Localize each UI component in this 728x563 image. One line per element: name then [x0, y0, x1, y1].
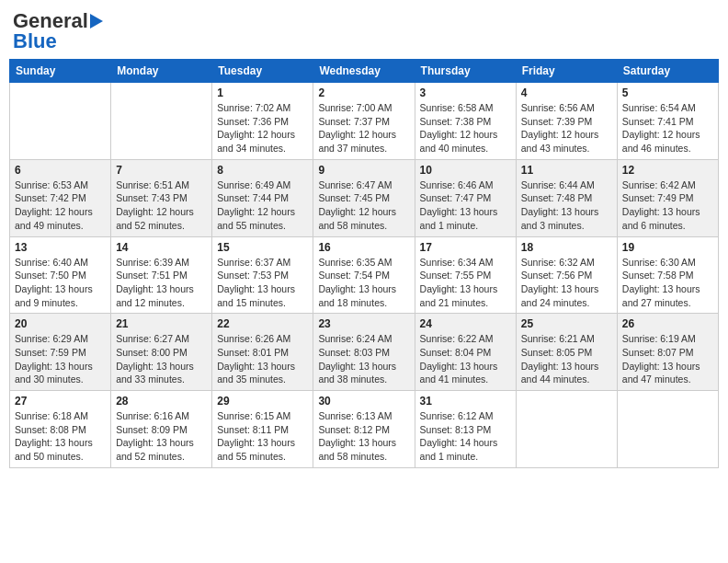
day-info: Sunrise: 6:39 AMSunset: 7:51 PMDaylight:… [116, 256, 207, 310]
day-cell [10, 83, 111, 160]
day-cell: 8Sunrise: 6:49 AMSunset: 7:44 PMDaylight… [212, 159, 313, 236]
day-info: Sunrise: 6:21 AMSunset: 8:05 PMDaylight:… [521, 332, 612, 386]
col-header-tuesday: Tuesday [212, 60, 313, 83]
logo-arrow-icon [90, 14, 103, 29]
day-info: Sunrise: 6:19 AMSunset: 8:07 PMDaylight:… [622, 332, 713, 386]
day-number: 4 [521, 86, 612, 99]
day-cell: 15Sunrise: 6:37 AMSunset: 7:53 PMDayligh… [212, 236, 313, 314]
day-number: 6 [15, 164, 106, 177]
day-info: Sunrise: 6:53 AMSunset: 7:42 PMDaylight:… [15, 178, 106, 233]
week-row-4: 20Sunrise: 6:29 AMSunset: 7:59 PMDayligh… [10, 314, 719, 391]
day-cell: 3Sunrise: 6:58 AMSunset: 7:38 PMDaylight… [415, 83, 516, 160]
col-header-wednesday: Wednesday [313, 60, 415, 83]
day-cell: 24Sunrise: 6:22 AMSunset: 8:04 PMDayligh… [415, 314, 516, 391]
col-header-saturday: Saturday [617, 60, 718, 83]
day-cell: 29Sunrise: 6:15 AMSunset: 8:11 PMDayligh… [212, 391, 313, 468]
day-number: 29 [217, 395, 308, 408]
day-number: 28 [116, 395, 207, 408]
calendar-header-row: SundayMondayTuesdayWednesdayThursdayFrid… [10, 60, 719, 83]
day-number: 21 [116, 317, 207, 330]
day-cell: 7Sunrise: 6:51 AMSunset: 7:43 PMDaylight… [111, 159, 212, 236]
day-number: 23 [318, 317, 409, 330]
day-info: Sunrise: 6:15 AMSunset: 8:11 PMDaylight:… [217, 409, 308, 464]
page-header: General Blue [9, 9, 719, 53]
day-number: 22 [217, 317, 308, 330]
day-number: 3 [420, 86, 511, 99]
day-cell: 2Sunrise: 7:00 AMSunset: 7:37 PMDaylight… [313, 83, 415, 160]
day-number: 18 [521, 241, 612, 254]
day-number: 2 [318, 86, 409, 99]
day-info: Sunrise: 6:49 AMSunset: 7:44 PMDaylight:… [217, 178, 308, 233]
day-number: 26 [622, 317, 713, 330]
day-info: Sunrise: 6:13 AMSunset: 8:12 PMDaylight:… [318, 409, 409, 464]
day-cell [617, 391, 718, 468]
day-info: Sunrise: 6:22 AMSunset: 8:04 PMDaylight:… [420, 332, 511, 386]
day-cell: 10Sunrise: 6:46 AMSunset: 7:47 PMDayligh… [415, 159, 516, 236]
day-number: 31 [420, 395, 511, 408]
day-info: Sunrise: 6:30 AMSunset: 7:58 PMDaylight:… [622, 256, 713, 310]
day-cell: 6Sunrise: 6:53 AMSunset: 7:42 PMDaylight… [10, 159, 111, 236]
col-header-friday: Friday [516, 60, 617, 83]
day-number: 7 [116, 164, 207, 177]
day-number: 30 [318, 395, 409, 408]
day-cell: 17Sunrise: 6:34 AMSunset: 7:55 PMDayligh… [415, 236, 516, 314]
day-info: Sunrise: 6:34 AMSunset: 7:55 PMDaylight:… [420, 256, 511, 310]
day-cell: 1Sunrise: 7:02 AMSunset: 7:36 PMDaylight… [212, 83, 313, 160]
day-info: Sunrise: 6:24 AMSunset: 8:03 PMDaylight:… [318, 332, 409, 386]
col-header-thursday: Thursday [415, 60, 516, 83]
day-cell: 19Sunrise: 6:30 AMSunset: 7:58 PMDayligh… [617, 236, 718, 314]
day-info: Sunrise: 6:35 AMSunset: 7:54 PMDaylight:… [318, 256, 409, 310]
day-cell: 18Sunrise: 6:32 AMSunset: 7:56 PMDayligh… [516, 236, 617, 314]
day-number: 8 [217, 164, 308, 177]
calendar-table: SundayMondayTuesdayWednesdayThursdayFrid… [9, 59, 719, 468]
day-info: Sunrise: 6:37 AMSunset: 7:53 PMDaylight:… [217, 256, 308, 310]
day-number: 25 [521, 317, 612, 330]
day-info: Sunrise: 6:46 AMSunset: 7:47 PMDaylight:… [420, 178, 511, 233]
day-number: 14 [116, 241, 207, 254]
day-number: 5 [622, 86, 713, 99]
day-info: Sunrise: 6:54 AMSunset: 7:41 PMDaylight:… [622, 101, 713, 155]
day-cell: 25Sunrise: 6:21 AMSunset: 8:05 PMDayligh… [516, 314, 617, 391]
day-info: Sunrise: 7:02 AMSunset: 7:36 PMDaylight:… [217, 101, 308, 155]
day-info: Sunrise: 6:40 AMSunset: 7:50 PMDaylight:… [15, 256, 106, 310]
day-cell: 12Sunrise: 6:42 AMSunset: 7:49 PMDayligh… [617, 159, 718, 236]
day-info: Sunrise: 6:47 AMSunset: 7:45 PMDaylight:… [318, 178, 409, 233]
day-cell: 9Sunrise: 6:47 AMSunset: 7:45 PMDaylight… [313, 159, 415, 236]
day-cell: 13Sunrise: 6:40 AMSunset: 7:50 PMDayligh… [10, 236, 111, 314]
day-cell: 4Sunrise: 6:56 AMSunset: 7:39 PMDaylight… [516, 83, 617, 160]
week-row-1: 1Sunrise: 7:02 AMSunset: 7:36 PMDaylight… [10, 83, 719, 160]
week-row-3: 13Sunrise: 6:40 AMSunset: 7:50 PMDayligh… [10, 236, 719, 314]
day-info: Sunrise: 7:00 AMSunset: 7:37 PMDaylight:… [318, 101, 409, 155]
day-number: 15 [217, 241, 308, 254]
logo: General Blue [13, 9, 103, 53]
day-cell: 23Sunrise: 6:24 AMSunset: 8:03 PMDayligh… [313, 314, 415, 391]
day-number: 17 [420, 241, 511, 254]
day-cell: 20Sunrise: 6:29 AMSunset: 7:59 PMDayligh… [10, 314, 111, 391]
day-number: 19 [622, 241, 713, 254]
day-info: Sunrise: 6:29 AMSunset: 7:59 PMDaylight:… [15, 332, 106, 386]
day-cell: 16Sunrise: 6:35 AMSunset: 7:54 PMDayligh… [313, 236, 415, 314]
day-info: Sunrise: 6:32 AMSunset: 7:56 PMDaylight:… [521, 256, 612, 310]
day-info: Sunrise: 6:42 AMSunset: 7:49 PMDaylight:… [622, 178, 713, 233]
day-cell: 26Sunrise: 6:19 AMSunset: 8:07 PMDayligh… [617, 314, 718, 391]
day-cell: 14Sunrise: 6:39 AMSunset: 7:51 PMDayligh… [111, 236, 212, 314]
day-cell [111, 83, 212, 160]
day-info: Sunrise: 6:12 AMSunset: 8:13 PMDaylight:… [420, 409, 511, 464]
logo-blue: Blue [13, 29, 57, 53]
day-cell [516, 391, 617, 468]
day-info: Sunrise: 6:16 AMSunset: 8:09 PMDaylight:… [116, 409, 207, 464]
day-cell: 11Sunrise: 6:44 AMSunset: 7:48 PMDayligh… [516, 159, 617, 236]
day-cell: 31Sunrise: 6:12 AMSunset: 8:13 PMDayligh… [415, 391, 516, 468]
day-info: Sunrise: 6:26 AMSunset: 8:01 PMDaylight:… [217, 332, 308, 386]
day-number: 20 [15, 317, 106, 330]
col-header-sunday: Sunday [10, 60, 111, 83]
day-info: Sunrise: 6:56 AMSunset: 7:39 PMDaylight:… [521, 101, 612, 155]
day-number: 16 [318, 241, 409, 254]
day-number: 11 [521, 164, 612, 177]
day-cell: 5Sunrise: 6:54 AMSunset: 7:41 PMDaylight… [617, 83, 718, 160]
day-number: 27 [15, 395, 106, 408]
day-number: 24 [420, 317, 511, 330]
day-cell: 21Sunrise: 6:27 AMSunset: 8:00 PMDayligh… [111, 314, 212, 391]
day-cell: 22Sunrise: 6:26 AMSunset: 8:01 PMDayligh… [212, 314, 313, 391]
day-cell: 30Sunrise: 6:13 AMSunset: 8:12 PMDayligh… [313, 391, 415, 468]
